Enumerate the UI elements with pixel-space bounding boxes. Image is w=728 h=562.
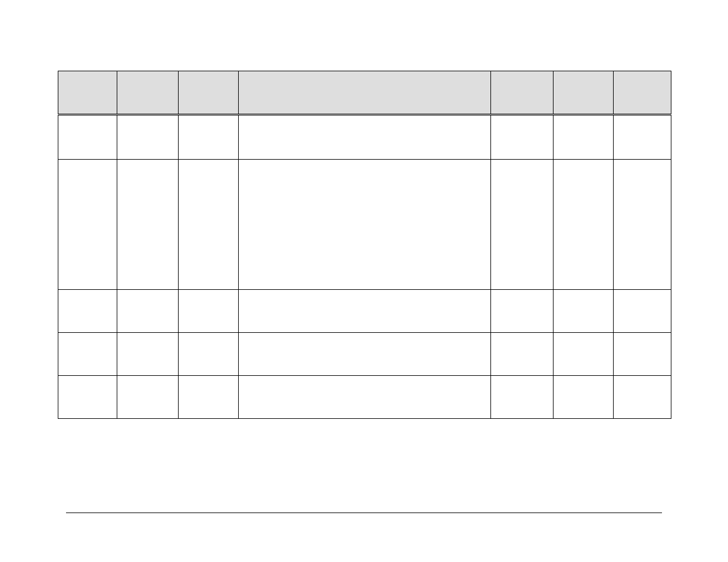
table-row [58,333,671,376]
table-cell [491,290,554,333]
header-cell [614,71,671,115]
table-cell [239,115,491,160]
header-cell [117,71,179,115]
data-table [58,71,671,419]
table-cell [58,160,117,290]
table-cell [554,115,614,160]
table-cell [614,115,671,160]
table-cell [554,290,614,333]
table-cell [179,115,239,160]
table-cell [117,115,179,160]
header-cell [239,71,491,115]
header-row [58,71,671,115]
table-cell [179,376,239,419]
table-cell [614,376,671,419]
table-row [58,376,671,419]
table-cell [58,376,117,419]
table-cell [117,376,179,419]
table-cell [117,290,179,333]
table-cell [554,333,614,376]
table-cell [491,376,554,419]
table-cell [58,115,117,160]
table-header [58,71,671,115]
header-cell [554,71,614,115]
document-page [0,0,728,562]
table-cell [179,160,239,290]
table-cell [58,333,117,376]
table-row [58,290,671,333]
header-cell [58,71,117,115]
table-cell [58,290,117,333]
table-row [58,115,671,160]
table-cell [239,160,491,290]
table-cell [614,290,671,333]
table-cell [179,290,239,333]
table-body [58,115,671,419]
table-cell [117,333,179,376]
table-cell [491,115,554,160]
table-cell [179,333,239,376]
table-cell [239,290,491,333]
table-cell [554,160,614,290]
header-cell [491,71,554,115]
header-cell [179,71,239,115]
table-cell [239,376,491,419]
table-cell [614,333,671,376]
footer-rule [66,513,662,513]
table-cell [117,160,179,290]
table-row [58,160,671,290]
table-cell [239,333,491,376]
table-cell [491,333,554,376]
table-cell [554,376,614,419]
table-cell [491,160,554,290]
table-cell [614,160,671,290]
